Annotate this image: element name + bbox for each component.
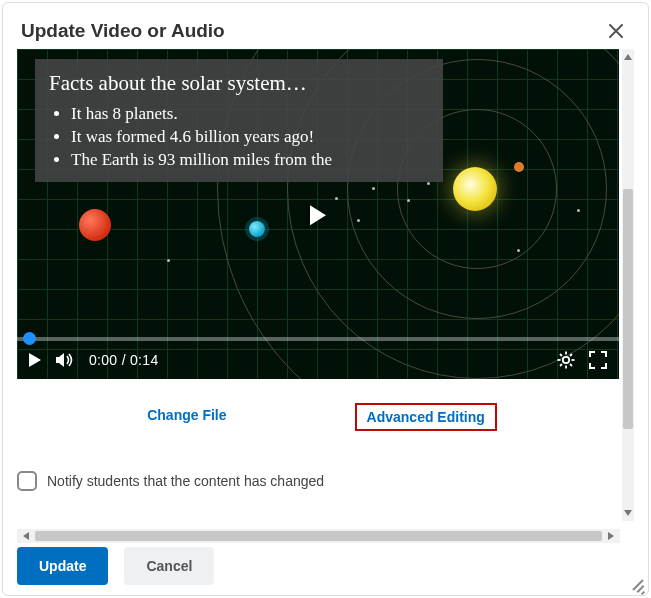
sun-graphic [453, 167, 497, 211]
scroll-left-arrow-icon[interactable] [21, 532, 29, 540]
caption-title: Facts about the solar system… [49, 69, 423, 97]
file-actions-row: Change File Advanced Editing [17, 403, 619, 431]
caption-item: The Earth is 93 million miles from the [71, 149, 423, 172]
notify-row: Notify students that the content has cha… [17, 471, 634, 491]
dialog-content: Facts about the solar system… It has 8 p… [17, 49, 634, 543]
settings-button[interactable] [557, 351, 575, 369]
notify-checkbox[interactable] [17, 471, 37, 491]
play-overlay-button[interactable] [310, 205, 326, 225]
resize-handle[interactable] [628, 575, 644, 591]
close-button[interactable] [602, 17, 630, 45]
volume-button[interactable] [55, 351, 75, 369]
update-media-dialog: Update Video or Audio Facts about the so… [2, 2, 649, 596]
scrollbar-thumb[interactable] [623, 189, 633, 429]
caption-item: It was formed 4.6 billion years ago! [71, 126, 423, 149]
scroll-down-arrow-icon[interactable] [624, 510, 632, 518]
scroll-up-arrow-icon[interactable] [624, 52, 632, 60]
fullscreen-icon [589, 351, 607, 369]
planet-graphic [514, 162, 524, 172]
svg-line-6 [570, 364, 572, 366]
planet-graphic [79, 209, 111, 241]
video-caption-overlay: Facts about the solar system… It has 8 p… [35, 59, 443, 182]
time-display: 0:00 / 0:14 [89, 352, 158, 368]
video-controls: 0:00 / 0:14 [17, 341, 619, 379]
volume-icon [55, 351, 75, 369]
svg-line-7 [570, 354, 572, 356]
svg-point-0 [563, 357, 569, 363]
caption-list: It has 8 planets. It was formed 4.6 bill… [49, 103, 423, 172]
svg-line-5 [560, 354, 562, 356]
video-player[interactable]: Facts about the solar system… It has 8 p… [17, 49, 619, 379]
planet-graphic [249, 221, 265, 237]
close-icon [609, 24, 623, 38]
svg-line-8 [560, 364, 562, 366]
fullscreen-button[interactable] [589, 351, 607, 369]
cancel-button[interactable]: Cancel [124, 547, 214, 585]
dialog-footer: Update Cancel [17, 547, 634, 585]
dialog-title: Update Video or Audio [21, 20, 225, 42]
scroll-right-arrow-icon[interactable] [608, 532, 616, 540]
gear-icon [557, 351, 575, 369]
horizontal-scrollbar[interactable] [17, 529, 620, 543]
dialog-header: Update Video or Audio [3, 3, 648, 55]
notify-label: Notify students that the content has cha… [47, 473, 324, 489]
vertical-scrollbar[interactable] [622, 49, 634, 521]
change-file-link[interactable]: Change File [139, 403, 234, 431]
play-button[interactable] [29, 353, 41, 367]
scrollbar-thumb[interactable] [35, 531, 602, 541]
update-button[interactable]: Update [17, 547, 108, 585]
advanced-editing-link[interactable]: Advanced Editing [355, 403, 497, 431]
caption-item: It has 8 planets. [71, 103, 423, 126]
